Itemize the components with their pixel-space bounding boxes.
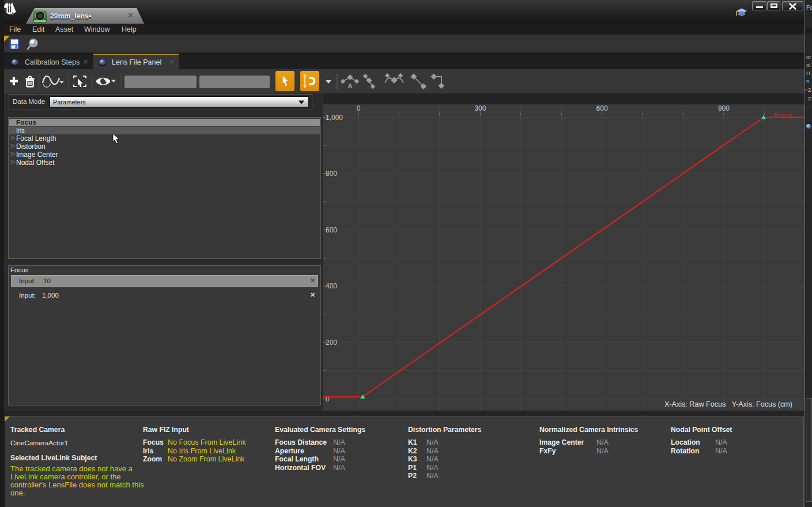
- svg-text:800: 800: [326, 170, 337, 178]
- svg-text:400: 400: [326, 282, 337, 290]
- svg-text:900: 900: [718, 104, 730, 112]
- svg-text:A: A: [348, 82, 353, 89]
- svg-text:600: 600: [596, 104, 608, 112]
- svg-text:0: 0: [357, 104, 361, 112]
- svg-text:0: 0: [326, 395, 330, 403]
- svg-text:Focus: Focus: [774, 112, 792, 119]
- svg-text:200: 200: [326, 339, 337, 347]
- svg-text:600: 600: [326, 226, 337, 234]
- svg-text:X-Axis: Raw Focus Y-Axis: Fo: X-Axis: Raw Focus Y-Axis: Focus (cm): [664, 400, 792, 408]
- svg-text:300: 300: [474, 104, 486, 112]
- svg-text:1,000: 1,000: [326, 114, 343, 122]
